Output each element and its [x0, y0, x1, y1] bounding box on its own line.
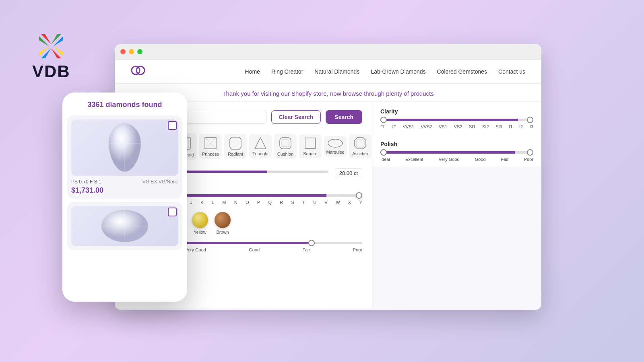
- svg-marker-18: [230, 137, 241, 149]
- svg-line-17: [211, 143, 216, 149]
- triangle-icon: [254, 137, 267, 150]
- polish-thumb-left[interactable]: [380, 149, 387, 156]
- svg-line-15: [211, 138, 216, 143]
- yellow-label: Yellow: [194, 230, 206, 234]
- svg-marker-6: [39, 46, 49, 56]
- princess-icon: [204, 136, 217, 150]
- svg-marker-25: [356, 139, 364, 147]
- browser-nav: Home Ring Creator Natural Diamonds Lab-G…: [115, 60, 541, 84]
- radiant-icon: [229, 136, 242, 150]
- card1-info: PS 0.70 F SI1 VG.EX.VG/None: [71, 179, 178, 185]
- diamond-image-2: [71, 206, 178, 246]
- svg-line-16: [205, 143, 211, 149]
- clarity-section: Clarity FLIFVVS1VVS2VS1VS2SI1SI2SI3I1I2I…: [372, 102, 541, 134]
- svg-marker-1: [51, 34, 61, 44]
- svg-marker-2: [41, 48, 51, 58]
- dot-green[interactable]: [137, 49, 142, 54]
- clarity-label: Clarity: [380, 108, 533, 115]
- oval-diamond-svg: [99, 207, 151, 245]
- shape-princess[interactable]: Princess: [199, 134, 222, 159]
- shape-cushion-label: Cushion: [277, 152, 293, 156]
- svg-marker-4: [39, 36, 49, 46]
- polish-section: Polish Ideal Excellent Very Good Good Fa…: [372, 134, 541, 167]
- shape-asscher[interactable]: Asscher: [349, 134, 372, 158]
- shape-square[interactable]: Square: [299, 134, 322, 158]
- card1-price: $1,731.00: [71, 186, 178, 195]
- mobile-header: 3361 diamonds found: [62, 93, 187, 112]
- svg-line-14: [205, 138, 211, 143]
- color-brown[interactable]: Brown: [215, 212, 231, 234]
- svg-marker-0: [41, 34, 51, 44]
- cut-thumb-right[interactable]: [308, 240, 315, 246]
- shape-triangle[interactable]: Triangle: [249, 134, 272, 158]
- nav-logo: [131, 65, 145, 78]
- svg-marker-7: [53, 46, 63, 56]
- shape-marquise[interactable]: Marquise: [324, 136, 347, 157]
- card1-checkbox[interactable]: [168, 121, 177, 130]
- marquise-icon: [327, 138, 343, 148]
- nav-ring-creator[interactable]: Ring Creator: [271, 68, 303, 75]
- search-button[interactable]: Search: [326, 110, 362, 124]
- shape-asscher-label: Asscher: [352, 151, 368, 156]
- nav-home[interactable]: Home: [245, 68, 260, 75]
- nav-colored-gemstones[interactable]: Colored Gemstones: [437, 68, 487, 75]
- svg-point-9: [136, 66, 144, 74]
- shape-square-label: Square: [303, 151, 317, 156]
- banner-text: Thank you for visiting our Shopify store…: [222, 90, 433, 97]
- dot-red[interactable]: [120, 49, 126, 54]
- brown-circle: [215, 212, 231, 228]
- nav-links: Home Ring Creator Natural Diamonds Lab-G…: [245, 68, 525, 75]
- polish-label: Polish: [380, 141, 533, 147]
- shape-marquise-label: Marquise: [326, 150, 344, 154]
- color-thumb-right[interactable]: [356, 192, 362, 199]
- brown-label: Brown: [216, 230, 229, 234]
- shape-princess-label: Princess: [202, 152, 219, 156]
- asscher-icon: [354, 137, 367, 150]
- nav-contact[interactable]: Contact us: [498, 68, 525, 75]
- vdb-icon: [37, 32, 65, 60]
- diamond-image-1: [71, 119, 178, 176]
- carat-value: 20.00 ct: [335, 168, 362, 178]
- svg-rect-22: [305, 138, 316, 148]
- polish-slider-track[interactable]: [380, 151, 533, 154]
- square-icon: [304, 137, 317, 150]
- card1-grade: VG.EX.VG/None: [142, 179, 178, 185]
- shape-triangle-label: Triangle: [252, 151, 268, 156]
- cushion-icon: [279, 136, 292, 150]
- svg-marker-19: [255, 138, 266, 149]
- diamond-card-1: PS 0.70 F SI1 VG.EX.VG/None $1,731.00: [67, 115, 182, 199]
- svg-point-23: [328, 139, 343, 147]
- svg-rect-21: [282, 140, 289, 147]
- nav-lab-grown[interactable]: Lab-Grown Diamonds: [371, 68, 425, 75]
- svg-rect-20: [280, 138, 291, 149]
- color-yellow[interactable]: Yellow: [192, 212, 208, 234]
- card2-checkbox[interactable]: [168, 208, 177, 216]
- shape-radiant-label: Radiant: [228, 152, 243, 156]
- card1-spec: PS 0.70 F SI1: [71, 179, 101, 185]
- clarity-scale: FLIFVVS1VVS2VS1VS2SI1SI2SI3I1I2I3: [380, 124, 533, 129]
- clarity-thumb-left[interactable]: [380, 117, 387, 123]
- yellow-circle: [192, 212, 208, 228]
- svg-marker-5: [53, 36, 63, 46]
- brand-name: VDB: [32, 62, 70, 81]
- polish-thumb-right[interactable]: [527, 149, 533, 156]
- shape-cushion[interactable]: Cushion: [274, 134, 297, 159]
- right-panel: Clarity FLIFVVS1VVS2VS1VS2SI1SI2SI3I1I2I…: [372, 102, 541, 308]
- clarity-slider-track[interactable]: [380, 119, 533, 121]
- vdb-logo-area: VDB: [32, 32, 70, 81]
- clear-search-button[interactable]: Clear Search: [271, 110, 321, 124]
- polish-scale: Ideal Excellent Very Good Good Fair Poor: [380, 157, 533, 162]
- mobile-card: 3361 diamonds found: [62, 93, 187, 302]
- browser-titlebar: [115, 44, 541, 60]
- pear-diamond-svg: [103, 121, 147, 174]
- nav-natural-diamonds[interactable]: Natural Diamonds: [314, 68, 359, 75]
- clarity-thumb-right[interactable]: [527, 117, 533, 123]
- shape-radiant[interactable]: Radiant: [224, 134, 247, 159]
- diamonds-found: 3361 diamonds found: [69, 101, 181, 109]
- svg-marker-3: [51, 48, 61, 58]
- dot-yellow[interactable]: [129, 49, 134, 54]
- diamond-card-2: [67, 202, 182, 250]
